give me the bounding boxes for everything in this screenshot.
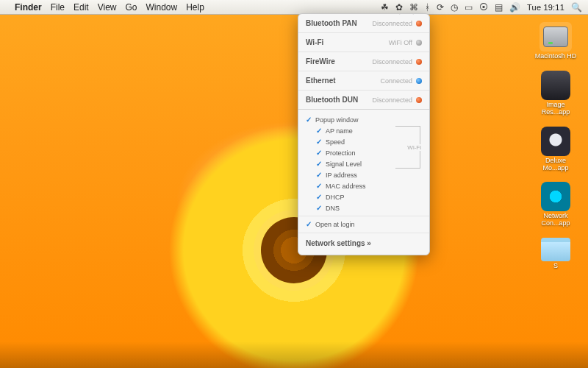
- sync-icon[interactable]: ⟳: [437, 2, 444, 13]
- status-dot-icon: [416, 40, 422, 46]
- menu-bar-right: ☘ ✿ ⌘ ᚼ ⟳ ◷ ▭ ⦿ ▤ 🔊 Tue 19:11 🔍: [381, 2, 582, 13]
- option-dns[interactable]: ✓DNS: [306, 202, 422, 213]
- interface-name: FireWire: [306, 57, 335, 66]
- desktop-icon-network-con-app[interactable]: Network Con...app: [529, 182, 582, 227]
- menubar-clock[interactable]: Tue 19:11: [527, 3, 564, 12]
- status-dot-icon: [416, 59, 422, 65]
- popup-options: ✓ Popup window ✓AP name ✓Speed ✓Protecti…: [298, 110, 429, 233]
- app-icon: [541, 71, 570, 100]
- interface-name: Bluetooth DUN: [306, 96, 358, 104]
- interface-row-ethernet[interactable]: Ethernet Connected: [298, 71, 429, 91]
- option-label: AP name: [326, 127, 353, 135]
- check-icon: ✓: [316, 193, 322, 201]
- menu-window[interactable]: Window: [146, 2, 178, 13]
- status-icon[interactable]: ☘: [381, 2, 389, 13]
- menu-go[interactable]: Go: [126, 2, 137, 13]
- status-dot-icon: [416, 78, 422, 84]
- check-icon: ✓: [316, 127, 322, 135]
- status-dot-icon: [416, 21, 422, 26]
- volume-icon[interactable]: 🔊: [509, 2, 520, 13]
- interface-name: Ethernet: [306, 77, 336, 85]
- menu-bar: Finder File Edit View Go Window Help ☘ ✿…: [0, 0, 588, 15]
- app-menu[interactable]: Finder: [15, 2, 42, 13]
- menu-edit[interactable]: Edit: [74, 2, 89, 13]
- icon-label: Macintosh HD: [535, 53, 577, 60]
- option-label: Signal Level: [326, 160, 362, 168]
- interface-status: Connected: [380, 77, 422, 85]
- interface-row-firewire[interactable]: FireWire Disconnected: [298, 52, 429, 71]
- option-popup-window[interactable]: ✓ Popup window: [306, 114, 422, 125]
- input-flag-icon[interactable]: ▤: [495, 2, 503, 13]
- menu-file[interactable]: File: [51, 2, 65, 13]
- menu-help[interactable]: Help: [186, 2, 204, 13]
- bluetooth-icon[interactable]: ᚼ: [425, 2, 430, 13]
- desktop-icon-folder-s[interactable]: S: [529, 238, 582, 270]
- interface-row-wifi[interactable]: Wi-Fi WiFi Off: [298, 33, 429, 52]
- desktop-icons: Macintosh HD Image Res...app Deluxe Mo..…: [529, 22, 582, 270]
- interface-status: Disconnected: [372, 58, 422, 66]
- network-status-popup: Bluetooth PAN Disconnected Wi-Fi WiFi Of…: [298, 13, 430, 255]
- check-icon: ✓: [316, 138, 322, 146]
- check-icon: ✓: [316, 149, 322, 157]
- check-icon: ✓: [306, 116, 312, 124]
- interface-name: Wi-Fi: [306, 38, 323, 46]
- wifi-bracket-label: Wi-Fi: [406, 144, 423, 151]
- menu-bar-left: Finder File Edit View Go Window Help: [6, 2, 204, 13]
- menu-view[interactable]: View: [98, 2, 117, 13]
- option-label: Speed: [326, 138, 345, 146]
- folder-icon: [541, 238, 570, 261]
- interface-row-bluetooth-dun[interactable]: Bluetooth DUN Disconnected: [298, 91, 429, 110]
- desktop-icon-image-res-app[interactable]: Image Res...app: [529, 71, 582, 116]
- option-label: MAC address: [326, 183, 366, 190]
- option-separator: [298, 216, 429, 216]
- spotlight-icon[interactable]: 🔍: [571, 2, 582, 13]
- interface-status: Disconnected: [372, 96, 422, 104]
- icon-label: Image Res...app: [532, 102, 579, 116]
- icon-label: Deluxe Mo...app: [532, 158, 579, 172]
- interface-status: WiFi Off: [389, 39, 422, 46]
- check-icon: ✓: [316, 204, 322, 212]
- wifi-icon[interactable]: ⦿: [479, 2, 488, 13]
- option-label: Open at login: [315, 221, 355, 228]
- icon-label: Network Con...app: [532, 213, 579, 227]
- wifi-options-bracket: Wi-Fi: [395, 126, 420, 169]
- interface-status: Disconnected: [372, 20, 422, 27]
- interface-name: Bluetooth PAN: [306, 19, 357, 27]
- check-icon: ✓: [306, 220, 312, 228]
- app-icon: [541, 127, 570, 156]
- timemachine-icon[interactable]: ◷: [451, 2, 458, 13]
- status-icon[interactable]: ✿: [395, 2, 403, 13]
- desktop-wallpaper: [0, 0, 588, 368]
- option-ip-address[interactable]: ✓IP address: [306, 169, 422, 180]
- network-settings-link[interactable]: Network settings: [298, 233, 429, 255]
- app-icon: [541, 182, 570, 211]
- desktop-icon-deluxe-mo-app[interactable]: Deluxe Mo...app: [529, 127, 582, 172]
- battery-icon[interactable]: ▭: [465, 2, 473, 13]
- option-label: Popup window: [315, 116, 359, 124]
- option-label: Protection: [326, 149, 356, 157]
- option-label: DNS: [326, 205, 340, 212]
- option-open-at-login[interactable]: ✓Open at login: [306, 219, 422, 230]
- check-icon: ✓: [316, 160, 322, 168]
- option-dhcp[interactable]: ✓DHCP: [306, 191, 422, 202]
- option-label: IP address: [326, 171, 357, 179]
- hd-icon: [539, 22, 572, 52]
- option-label: DHCP: [326, 194, 345, 201]
- check-icon: ✓: [316, 171, 322, 179]
- icon-label: S: [553, 263, 558, 270]
- status-dot-icon: [416, 97, 422, 103]
- desktop-icon-macintosh-hd[interactable]: Macintosh HD: [529, 22, 582, 60]
- dock-shadow: [0, 342, 588, 368]
- status-icon[interactable]: ⌘: [409, 2, 418, 13]
- option-mac-address[interactable]: ✓MAC address: [306, 180, 422, 191]
- check-icon: ✓: [316, 182, 322, 190]
